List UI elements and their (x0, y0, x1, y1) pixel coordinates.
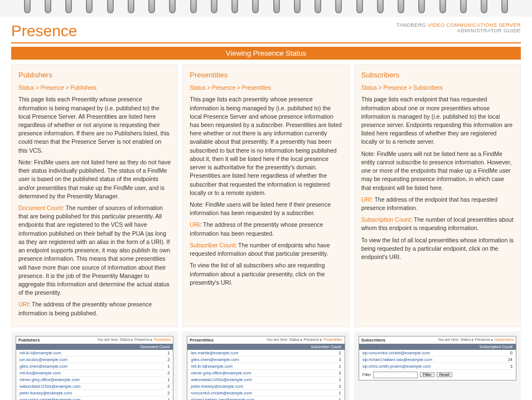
table-row[interactable]: peter.livesey@example.com2 (16, 390, 173, 397)
col-heading: Presentities (190, 70, 342, 81)
spiral-binding (0, 0, 532, 17)
breadcrumb: Status > Presence > Presentities (190, 84, 342, 92)
col-publishers: Publishers Status > Presence > Publisher… (11, 64, 178, 327)
table-row[interactable]: peter.livesey@example.com2 (187, 383, 344, 390)
body-text: Note: FindMe users will be listed here i… (190, 201, 342, 217)
table-row[interactable]: runcornkd.cricket@example.com1 (187, 390, 344, 397)
body-text: This page lists each endpoint that has r… (361, 95, 514, 146)
page-header: Presence TANDBERG VIDEO COMMUNICATIONS S… (11, 22, 521, 43)
col-subscribers: Subscribers Status > Presence > Subscrib… (354, 64, 521, 327)
section-banner: Viewing Presence Status (11, 47, 521, 60)
table-row[interactable]: mil-lb-t@example.com1 (187, 363, 344, 370)
body-text: URI: The address of the presentity whose… (190, 221, 342, 237)
table-row[interactable]: sip:richard.hallam-bas@example.com24 (359, 357, 516, 363)
body-text: To view the list of all subscribers who … (190, 261, 342, 287)
reset-button[interactable]: Reset (437, 372, 452, 377)
table-row[interactable]: ian.martia@example.com2 (187, 350, 344, 357)
body-text: This page lists each presentity whose pr… (190, 95, 342, 197)
table-row[interactable]: richard.hallam-bas@example.com1 (187, 397, 344, 400)
body-text: Subscription Count: The number of local … (361, 216, 514, 232)
body-text: Subscriber Count: The number of endpoint… (190, 241, 342, 258)
screenshot-subscribers: SubscribersYou are here: Status ▸ Presen… (354, 331, 521, 400)
filter-input[interactable] (373, 372, 418, 378)
filter-bar: Filter Filter Reset (359, 370, 516, 380)
col-presentities: Presentities Status > Presence > Present… (182, 64, 349, 327)
table-row[interactable]: sip:runcornkd.cricket@example.com0 (359, 350, 516, 357)
table-row[interactable]: sip:chris.smith.proem@example.com3 (359, 363, 516, 370)
body-text: Document Count: The number of sources of… (18, 204, 171, 297)
table-row[interactable]: ion.acutzs@example.com2 (16, 357, 173, 363)
body-text: Note: FindMe users will not be listed he… (361, 150, 514, 192)
filter-label: Filter (362, 373, 371, 377)
screenshot-presentities: PresentitiesYou are here: Status ▸ Prese… (182, 331, 349, 400)
screenshot-publishers: PublishersYou are here: Status ▸ Presenc… (11, 331, 178, 400)
body-text: This page lists each Presentity whose pr… (18, 95, 171, 155)
body-text: URI: The address of the endpoint that ha… (361, 196, 514, 212)
table-row[interactable]: clever.grey.office@example.com1 (16, 377, 173, 383)
filter-button[interactable]: Filter (420, 372, 434, 377)
col-heading: Subscribers (361, 70, 514, 81)
table-row[interactable]: watundead.t150s@example.com1 (187, 377, 344, 383)
col-heading: Publishers (18, 70, 171, 81)
table-row[interactable]: giles.chen@example.com1 (16, 363, 173, 370)
body-text: URI: The address of the presentity whose… (18, 300, 171, 317)
breadcrumb: Status > Presence > Subscribers (361, 84, 514, 92)
table-row[interactable]: watundead.t150s@example.com2 (16, 383, 173, 390)
body-text: Note: FindMe users are not listed here a… (18, 158, 171, 201)
breadcrumb: Status > Presence > Publishers (18, 84, 171, 92)
table-row[interactable]: runcornkd.cricket@example.com1 (16, 397, 173, 400)
table-row[interactable]: clever.grey.office@example.com2 (187, 370, 344, 377)
table-row[interactable]: mil-lbs@example.com2 (16, 370, 173, 377)
page-title: Presence (11, 22, 77, 40)
table-row[interactable]: mil-lb-t@example.com1 (16, 350, 173, 357)
doc-subtitle: TANDBERG VIDEO COMMUNICATIONS SERVER ADM… (396, 22, 521, 33)
body-text: To view the list of all local presentiti… (361, 236, 514, 262)
table-row[interactable]: giles.chen@example.com3 (187, 357, 344, 363)
